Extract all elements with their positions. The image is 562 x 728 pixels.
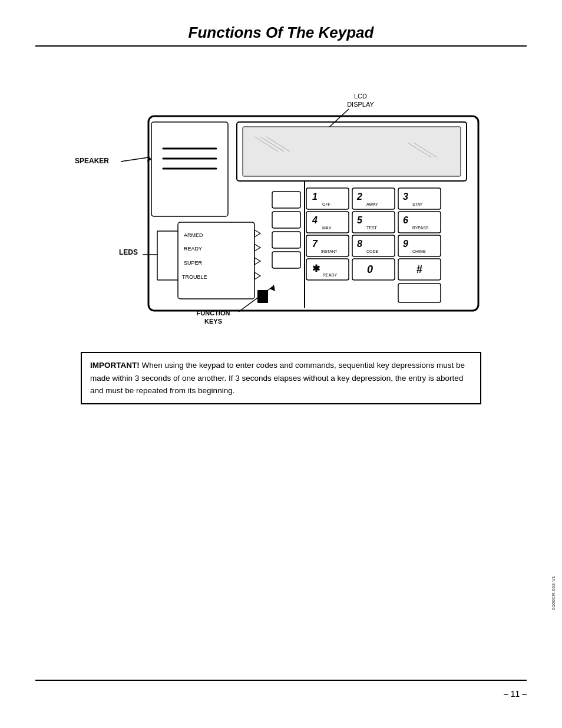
key-5-main: 5	[357, 215, 363, 225]
func-key-2	[272, 212, 300, 228]
extra-key-box	[398, 284, 441, 302]
super-led	[254, 258, 260, 265]
page: Functions Of The Keypad LCD DISPLAY SPEA…	[0, 0, 562, 728]
diagram-area: LCD DISPLAY SPEAKER	[35, 63, 527, 334]
keypad-diagram: LCD DISPLAY SPEAKER	[60, 63, 502, 328]
key-9-main: 9	[403, 239, 408, 249]
trouble-label: TROUBLE	[182, 274, 207, 280]
bottom-rule	[35, 680, 527, 681]
func-key-3	[272, 232, 300, 248]
speaker-arrow	[121, 157, 148, 162]
key-1-sub: OFF	[322, 202, 330, 206]
key-3-main: 3	[403, 192, 408, 202]
key-7-sub: INSTANT	[321, 249, 337, 253]
func-key-4	[272, 252, 300, 268]
armed-label: ARMED	[184, 232, 203, 238]
page-title: Functions Of The Keypad	[35, 24, 527, 47]
trouble-led	[254, 272, 260, 279]
page-number: – 11 –	[504, 689, 527, 699]
leds-label: LEDS	[119, 248, 138, 256]
key-0-main: 0	[367, 263, 373, 275]
key-4-main: 4	[312, 215, 318, 225]
key-7-main: 7	[312, 239, 318, 249]
func-keys-label: FUNCTION	[197, 309, 230, 317]
ready-led	[254, 244, 260, 251]
key-8-main: 8	[357, 239, 362, 249]
key-9-sub: CHIME	[412, 249, 426, 253]
lcd-display-label2: DISPLAY	[347, 101, 374, 108]
important-box: IMPORTANT! When using the keypad to ente…	[81, 352, 481, 404]
key-star-sub: READY	[323, 273, 337, 277]
key-6-sub: BYPASS	[412, 226, 429, 230]
doc-code: 6160CR-003-V1	[551, 576, 556, 610]
important-text: When using the keypad to enter codes and…	[90, 361, 465, 395]
important-label: IMPORTANT!	[90, 361, 140, 370]
key-2-main: 2	[356, 192, 362, 202]
lcd-display-label: LCD	[354, 93, 367, 100]
key-4-sub: MAX	[322, 226, 332, 230]
super-label: SUPER	[184, 260, 203, 266]
key-8-sub: CODE	[366, 249, 379, 253]
armed-led	[254, 230, 260, 237]
key-6-main: 6	[403, 215, 408, 225]
speaker-label: SPEAKER	[75, 157, 109, 165]
key-1-main: 1	[312, 192, 318, 202]
key-2-sub: AWAY	[366, 202, 378, 206]
key-5-sub: TEST	[366, 226, 378, 230]
func-key-1	[272, 192, 300, 208]
ready-label: READY	[184, 246, 202, 252]
key-0-box	[352, 259, 395, 280]
func-keys-label2: KEYS	[204, 318, 222, 325]
key-hash-main: #	[416, 263, 422, 275]
key-3-sub: STAY	[412, 202, 423, 206]
key-star-main: ✱	[312, 263, 320, 274]
